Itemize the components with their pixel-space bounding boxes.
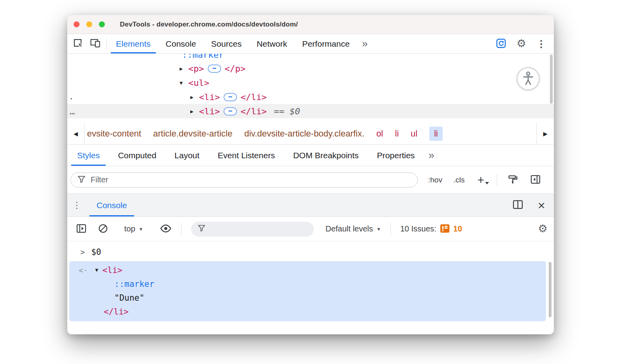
dom-breadcrumb: ◀ evsite-content article.devsite-article… [67,123,554,145]
expand-inline-button[interactable]: ⋯ [224,107,237,116]
execution-context-dropdown[interactable]: top ▼ [124,224,143,233]
tab-styles[interactable]: Styles [68,145,109,166]
console-settings-button[interactable]: ⚙ [538,224,548,234]
eye-icon [160,224,172,234]
close-drawer-button[interactable]: × [538,199,545,212]
extension-button[interactable] [496,38,506,50]
expand-inline-button[interactable]: ⋯ [208,64,221,73]
inspect-cursor-icon [73,38,83,50]
console-scrollbar[interactable] [549,262,552,317]
console-command-row: > $0 [67,245,554,259]
tag-open: <ul> [188,78,209,88]
filter-funnel-icon [197,224,206,234]
panel-tabs: Elements Console Sources Network Perform… [108,34,357,53]
styles-filter-input[interactable] [91,175,411,184]
tag-open: <li> [199,92,220,102]
tree-row-marker[interactable]: ::marker [67,54,554,62]
close-window-button[interactable] [74,21,80,27]
console-result-selected[interactable]: <· ▼ <li> ::marker "Dune" </li> [69,261,546,321]
elements-tree-panel: ::marker ▶ <p> ⋯ </p> ▼ <ul> ▶ <li> ⋯ </… [67,54,554,123]
console-command: $0 [91,247,101,257]
breadcrumb-scroll-right-button[interactable]: ▶ [536,123,554,144]
elements-scrollbar[interactable] [550,55,553,104]
toolbar-divider [390,223,391,235]
breadcrumb-scroll-left-button[interactable]: ◀ [67,123,85,144]
device-toolbar-icon [90,38,101,49]
result-marker-pseudo: ::marker [114,279,154,289]
tag-close: </p> [225,64,246,74]
console-filter-input[interactable] [210,225,307,233]
triangle-right-icon[interactable]: ▶ [190,94,199,100]
element-classes-button[interactable]: .cls [453,176,465,184]
tree-row-li[interactable]: ▶ <li> ⋯ </li> [67,90,554,104]
close-icon: × [538,199,545,212]
tab-event-listeners[interactable]: Event Listeners [208,145,284,166]
toggle-element-state-button[interactable]: :hov [428,176,442,184]
triangle-down-icon[interactable]: ▼ [94,267,99,273]
console-output: > $0 <· ▼ <li> ::marker "Dune" </li> [67,241,554,334]
zoom-window-button[interactable] [99,21,105,27]
gear-icon: ⚙ [538,224,548,234]
split-panel-icon [512,199,523,211]
breadcrumb-item[interactable]: ul [411,129,417,139]
triangle-right-icon[interactable]: ▶ [190,108,199,114]
dock-computed-panel-button[interactable] [530,174,541,186]
console-sidebar-button[interactable] [76,224,87,235]
tab-dom-breakpoints[interactable]: DOM Breakpoints [284,145,368,166]
accessibility-overlay-button[interactable] [517,67,540,90]
breadcrumb-item[interactable]: li [395,129,399,139]
tab-computed[interactable]: Computed [109,145,165,166]
tab-sources[interactable]: Sources [204,34,249,53]
inspect-element-button[interactable] [73,38,83,50]
settings-button[interactable]: ⚙ [517,38,526,49]
dock-sidebar-icon [530,174,541,186]
log-levels-dropdown[interactable]: Default levels ▼ [326,224,381,233]
device-toolbar-button[interactable] [90,38,101,49]
tab-elements[interactable]: Elements [108,34,158,53]
tab-layout[interactable]: Layout [165,145,208,166]
styles-toolbar: :hov .cls + [67,166,554,194]
kebab-menu-icon: ⋮ [72,200,81,210]
result-tag-open: <li> [102,265,123,275]
issues-icon [440,224,449,234]
split-panel-button[interactable] [512,199,523,211]
tree-row-li-selected[interactable]: ▶ <li> ⋯ </li> == $0 [67,104,554,118]
expand-inline-button[interactable]: ⋯ [224,93,237,101]
chevron-right-icon: ▶ [543,131,548,137]
more-style-tabs-button[interactable]: » [424,145,439,166]
kebab-menu-icon: ⋮ [536,39,546,49]
new-style-rule-button[interactable]: + [477,174,484,186]
clear-console-button[interactable] [98,223,108,235]
breadcrumb-item[interactable]: evsite-content [87,129,141,139]
console-filter-box [191,222,314,237]
toolbar-divider [106,38,107,49]
tree-row-p[interactable]: ▶ <p> ⋯ </p> [67,61,554,76]
live-expression-button[interactable] [160,224,172,234]
breadcrumb-items: evsite-content article.devsite-article d… [85,123,536,144]
more-panels-button[interactable]: » [357,34,372,53]
minimize-window-button[interactable] [86,21,92,27]
tab-network[interactable]: Network [249,34,295,53]
breadcrumb-item-selected[interactable]: li [429,127,443,141]
triangle-down-icon[interactable]: ▼ [180,80,188,86]
tab-performance[interactable]: Performance [295,34,357,53]
breadcrumb-item[interactable]: ol [376,129,383,139]
triangle-right-icon[interactable]: ▶ [180,66,188,72]
window-titlebar: DevTools - developer.chrome.com/docs/dev… [67,15,554,34]
list-bullet: . [69,91,74,102]
tree-row-ul[interactable]: ▼ <ul> [67,76,554,90]
issues-counter[interactable]: 10 Issues: 10 [400,224,462,234]
breadcrumb-item[interactable]: div.devsite-article-body.clearfix. [244,129,364,139]
drawer-menu-button[interactable]: ⋮ [67,194,86,216]
tab-console[interactable]: Console [158,34,204,53]
tab-properties[interactable]: Properties [368,145,424,166]
drawer-tab-console[interactable]: Console [86,194,137,216]
filter-funnel-icon [77,175,86,185]
main-menu-button[interactable]: ⋮ [536,39,546,49]
breadcrumb-item[interactable]: article.devsite-article [153,129,233,139]
chevron-left-icon: ◀ [74,131,78,137]
console-drawer-header: ⋮ Console × [67,194,554,217]
rendering-emulation-button[interactable] [508,174,518,186]
double-chevron-icon: » [362,38,368,50]
toolbar-divider [497,174,497,186]
